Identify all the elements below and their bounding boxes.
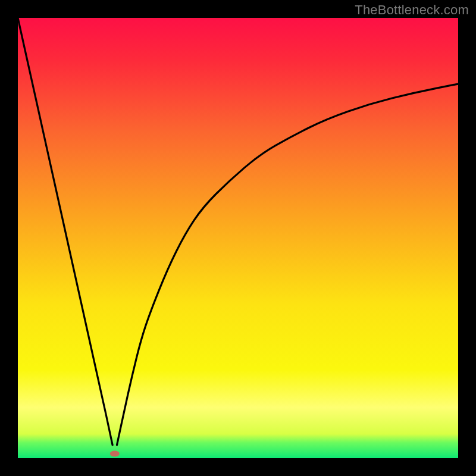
plot-area <box>18 18 458 458</box>
min-point-marker <box>110 451 120 457</box>
chart-frame: TheBottleneck.com <box>0 0 476 476</box>
chart-svg <box>18 18 458 458</box>
gradient-background <box>18 18 458 458</box>
watermark-text: TheBottleneck.com <box>355 2 469 18</box>
